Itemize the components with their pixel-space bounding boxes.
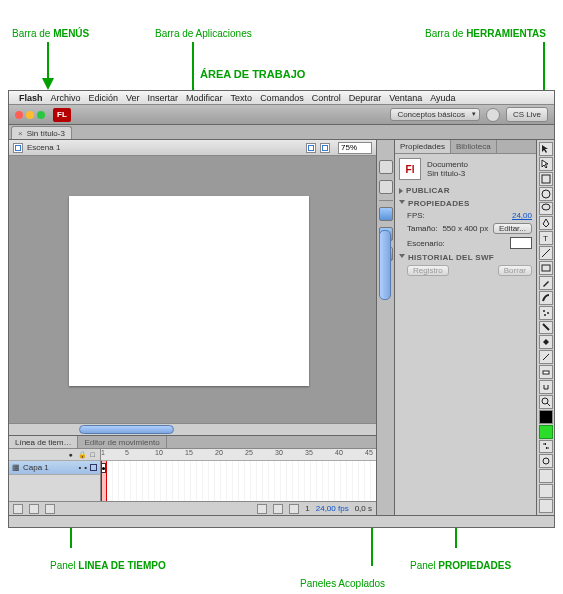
menu-ver[interactable]: Ver (126, 93, 140, 103)
onion-outline-icon[interactable] (273, 504, 283, 514)
stage-color-swatch[interactable] (510, 237, 532, 249)
pen-tool-icon[interactable] (539, 216, 553, 230)
properties-tabs: Propiedades Biblioteca (395, 140, 536, 154)
stage-hscroll-thumb[interactable] (79, 425, 174, 434)
menu-insertar[interactable]: Insertar (148, 93, 179, 103)
size-label: Tamaño: (407, 224, 438, 233)
menu-depurar[interactable]: Depurar (349, 93, 382, 103)
tool-option-2-icon[interactable] (539, 484, 553, 498)
layer-lock-dot[interactable]: • (84, 463, 87, 472)
zoom-input[interactable] (338, 142, 372, 154)
stage-canvas[interactable] (69, 196, 309, 386)
delete-layer-icon[interactable] (45, 504, 55, 514)
annotation-timeline: Panel LINEA DE TIEMPO (50, 560, 166, 571)
edit-multi-icon[interactable] (289, 504, 299, 514)
outline-column-icon[interactable]: □ (89, 451, 96, 458)
brush-tool-icon[interactable] (539, 291, 553, 305)
annotation-props: Panel PROPIEDADES (410, 560, 511, 571)
deco-tool-icon[interactable] (539, 306, 553, 320)
ruler-mark: 25 (245, 449, 253, 456)
edit-symbol-icon[interactable] (320, 143, 330, 153)
search-icon[interactable] (486, 108, 500, 122)
menu-modificar[interactable]: Modificar (186, 93, 223, 103)
visibility-column-icon[interactable]: ● (67, 451, 74, 458)
document-tab[interactable]: × Sin título-3 (11, 126, 72, 139)
rectangle-tool-icon[interactable] (539, 261, 553, 275)
menu-control[interactable]: Control (312, 93, 341, 103)
edit-size-button[interactable]: Editar... (493, 223, 532, 234)
close-window-icon[interactable] (15, 111, 23, 119)
dock-align-icon[interactable] (379, 207, 393, 221)
menu-flash[interactable]: Flash (19, 93, 43, 103)
snap-icon[interactable] (539, 454, 553, 468)
fps-value[interactable]: 24,00 (512, 211, 532, 220)
menu-texto[interactable]: Texto (231, 93, 253, 103)
swap-colors-icon[interactable] (539, 440, 553, 454)
arrow-menus (42, 78, 54, 90)
menu-ventana[interactable]: Ventana (389, 93, 422, 103)
pencil-tool-icon[interactable] (539, 276, 553, 290)
dock-color-icon[interactable] (379, 160, 393, 174)
stage-area[interactable] (9, 156, 376, 423)
close-tab-icon[interactable]: × (18, 129, 23, 138)
paint-bucket-tool-icon[interactable] (539, 335, 553, 349)
eyedropper-tool-icon[interactable] (539, 350, 553, 364)
stage-label: Escenario: (407, 239, 445, 248)
tool-option-1-icon[interactable] (539, 469, 553, 483)
zoom-window-icon[interactable] (37, 111, 45, 119)
lasso-tool-icon[interactable] (539, 202, 553, 216)
stroke-color-swatch[interactable] (539, 410, 553, 424)
new-layer-icon[interactable] (13, 504, 23, 514)
section-history[interactable]: HISTORIAL DEL SWF (399, 253, 532, 262)
flash-logo-icon: FL (53, 108, 71, 122)
eraser-tool-icon[interactable] (539, 365, 553, 379)
menu-comandos[interactable]: Comandos (260, 93, 304, 103)
selection-tool-icon[interactable] (539, 142, 553, 156)
tab-motion-editor[interactable]: Editor de movimiento (78, 436, 166, 448)
svg-point-6 (543, 310, 545, 312)
cs-live-button[interactable]: CS Live (506, 107, 548, 122)
section-properties[interactable]: PROPIEDADES (399, 199, 532, 208)
timeline-ruler[interactable]: 1 5 10 15 20 25 30 35 40 45 (101, 449, 376, 461)
app-status-bar (9, 515, 554, 527)
ruler-mark: 45 (365, 449, 373, 456)
properties-body: Fl Documento Sin título-3 PUBLICAR PROPI… (395, 154, 536, 515)
free-transform-tool-icon[interactable] (539, 172, 553, 186)
lock-column-icon[interactable]: 🔒 (78, 451, 85, 458)
layer-vis-dot[interactable]: • (78, 463, 81, 472)
frames-pane: 1 5 10 15 20 25 30 35 40 45 (101, 449, 376, 501)
frames-grid[interactable] (101, 461, 376, 501)
tab-timeline[interactable]: Línea de tiem… (9, 436, 78, 448)
keyframe[interactable] (101, 463, 106, 473)
workspace-selector[interactable]: Conceptos básicos (390, 108, 480, 121)
text-tool-icon[interactable]: T (539, 231, 553, 245)
layer-row[interactable]: ▦ Capa 1 • • (9, 461, 100, 475)
layer-outline-swatch[interactable] (90, 464, 97, 471)
bone-tool-icon[interactable] (539, 321, 553, 335)
line-tool-icon[interactable] (539, 246, 553, 260)
hand-tool-icon[interactable] (539, 380, 553, 394)
minimize-window-icon[interactable] (26, 111, 34, 119)
dock-scrollbar[interactable] (379, 230, 391, 300)
register-button: Registro (407, 265, 449, 276)
fill-color-swatch[interactable] (539, 425, 553, 439)
tab-library[interactable]: Biblioteca (451, 140, 497, 153)
3d-rotate-tool-icon[interactable] (539, 187, 553, 201)
menu-archivo[interactable]: Archivo (51, 93, 81, 103)
ruler-mark: 15 (185, 449, 193, 456)
edit-scene-icon[interactable] (306, 143, 316, 153)
onion-skin-icon[interactable] (257, 504, 267, 514)
tab-properties[interactable]: Propiedades (395, 140, 451, 153)
zoom-tool-icon[interactable] (539, 395, 553, 409)
menu-ayuda[interactable]: Ayuda (430, 93, 455, 103)
tool-option-3-icon[interactable] (539, 499, 553, 513)
dock-separator (379, 200, 393, 201)
section-publish[interactable]: PUBLICAR (399, 186, 532, 195)
ruler-mark: 30 (275, 449, 283, 456)
menu-edicion[interactable]: Edición (89, 93, 119, 103)
stage-hscrollbar[interactable] (9, 423, 376, 435)
document-tab-label: Sin título-3 (27, 129, 65, 138)
dock-swatches-icon[interactable] (379, 180, 393, 194)
subselection-tool-icon[interactable] (539, 157, 553, 171)
new-folder-icon[interactable] (29, 504, 39, 514)
